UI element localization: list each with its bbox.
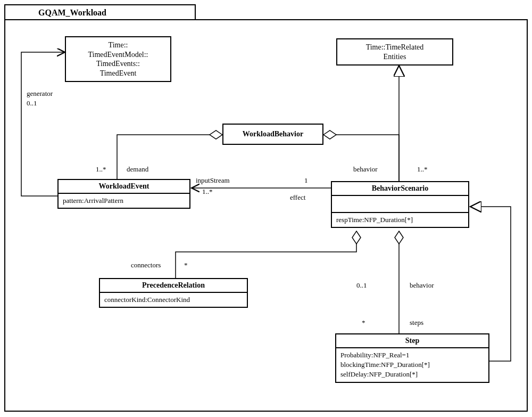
- label-generator-mult: 0..1: [27, 99, 37, 108]
- label-demand-mult: 1..*: [96, 165, 106, 174]
- class-workload-event-attrs: pattern:ArrivalPattern: [59, 194, 189, 208]
- label-input-stream-mult: 1..*: [202, 187, 213, 196]
- package-tab: GQAM_Workload: [4, 4, 196, 20]
- label-demand: demand: [127, 165, 148, 174]
- class-step-attrs: Probability:NFP_Real=1 blockingTime:NFP_…: [336, 348, 488, 382]
- uml-package: GQAM_Workload Time:: TimedEventModel:: T…: [4, 4, 528, 413]
- class-timed-event-header: Time:: TimedEventModel:: TimedEvents:: T…: [66, 37, 170, 81]
- class-workload-behavior: WorkloadBehavior: [222, 124, 323, 145]
- class-workload-event: WorkloadEvent pattern:ArrivalPattern: [57, 179, 190, 209]
- class-behavior-scenario: BehaviorScenario respTime:NFP_Duration[*…: [331, 181, 469, 228]
- label-effect: effect: [290, 193, 305, 202]
- class-behavior-scenario-name: BehaviorScenario: [332, 182, 468, 196]
- label-input-stream: inputStream: [196, 176, 230, 185]
- label-connectors: connectors: [131, 261, 161, 269]
- label-generator: generator: [27, 89, 53, 98]
- label-steps-mult: *: [362, 318, 365, 327]
- label-steps-text: steps: [410, 318, 423, 327]
- label-behavior-bs: behavior: [410, 281, 434, 290]
- class-time-related-entities-header: Time::TimeRelated Entities: [337, 39, 452, 64]
- package-body: Time:: TimedEventModel:: TimedEvents:: T…: [4, 19, 528, 412]
- class-step: Step Probability:NFP_Real=1 blockingTime…: [335, 333, 489, 383]
- label-behavior-top: behavior: [353, 165, 377, 174]
- class-behavior-scenario-gap: [332, 196, 468, 212]
- class-workload-behavior-name: WorkloadBehavior: [223, 125, 322, 144]
- class-timed-event: Time:: TimedEventModel:: TimedEvents:: T…: [65, 36, 171, 82]
- label-connectors-mult: *: [184, 261, 188, 269]
- label-behavior-bs-mult: 0..1: [356, 281, 367, 290]
- class-time-related-entities: Time::TimeRelated Entities: [336, 38, 453, 66]
- class-precedence-relation-name: PrecedenceRelation: [100, 279, 247, 293]
- class-behavior-scenario-attrs: respTime:NFP_Duration[*]: [332, 212, 468, 227]
- class-workload-event-name: WorkloadEvent: [59, 180, 189, 194]
- class-precedence-relation-attrs: connectorKind:ConnectorKind: [100, 293, 247, 307]
- package-title: GQAM_Workload: [38, 8, 106, 18]
- label-effect-mult: 1: [304, 176, 308, 185]
- class-step-name: Step: [336, 334, 488, 348]
- class-precedence-relation: PrecedenceRelation connectorKind:Connect…: [99, 278, 248, 308]
- label-behavior-top-mult: 1..*: [417, 165, 428, 174]
